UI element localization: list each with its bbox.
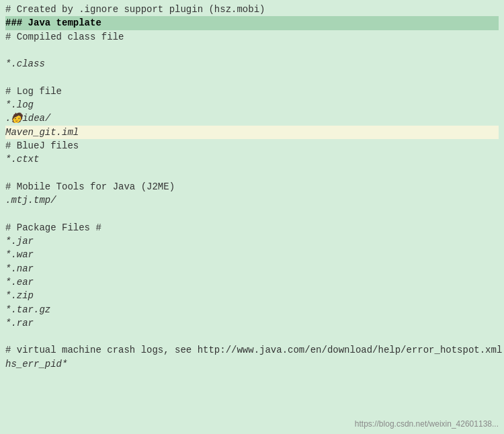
code-line-comment: # Log file (5, 85, 499, 98)
code-line-italic: *.rar (5, 316, 499, 330)
code-line-empty (5, 330, 499, 343)
code-line-comment: # Mobile Tools for Java (J2ME) (5, 180, 499, 193)
watermark: https://blog.csdn.net/weixin_42601138... (355, 419, 499, 429)
code-container: # Created by .ignore support plugin (hsz… (0, 0, 504, 434)
code-line-italic: .🧑idea/ (5, 112, 499, 125)
code-line-italic: *.zip (5, 289, 499, 302)
code-line-italic: *.nar (5, 262, 499, 275)
code-line-empty (5, 71, 499, 84)
code-line-comment: # virtual machine crash logs, see http:/… (5, 343, 499, 357)
code-line-comment: # Created by .ignore support plugin (hsz… (5, 3, 499, 16)
code-line-italic: *.ctxt (5, 153, 499, 166)
code-line-comment: # BlueJ files (5, 139, 499, 153)
code-line-italic: *.tar.gz (5, 303, 499, 316)
code-line-italic: *.jar (5, 234, 499, 248)
code-line-highlighted: Maven_git.iml (5, 126, 499, 139)
code-line-empty (5, 44, 499, 57)
code-line-italic: *.war (5, 248, 499, 261)
code-line-comment: # Package Files # (5, 221, 499, 234)
code-line-empty (5, 167, 499, 180)
code-line-italic: *.log (5, 98, 499, 112)
code-line-italic: *.ear (5, 275, 499, 289)
code-line-heading: ### Java template (5, 16, 499, 30)
code-line-italic: .mtj.tmp/ (5, 193, 499, 207)
code-line-comment: # Compiled class file (5, 30, 499, 44)
code-line-italic: *.class (5, 57, 499, 71)
code-line-empty (5, 207, 499, 220)
code-line-italic: hs_err_pid* (5, 357, 499, 371)
